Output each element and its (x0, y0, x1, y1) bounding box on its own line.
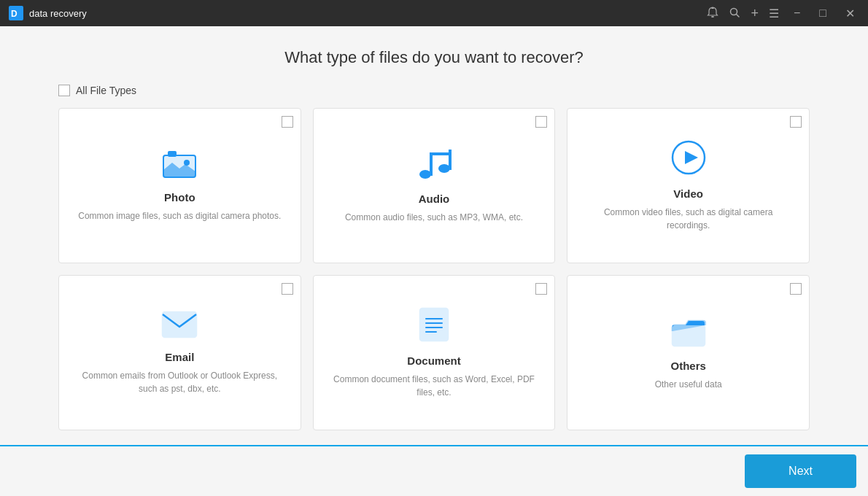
document-card[interactable]: Document Common document files, such as … (313, 275, 556, 430)
photo-checkbox[interactable] (282, 116, 293, 128)
main-content: What type of files do you want to recove… (0, 26, 868, 445)
svg-rect-14 (430, 152, 449, 155)
next-button[interactable]: Next (745, 454, 856, 488)
all-file-types-label: All File Types (76, 85, 136, 96)
bottom-bar: Next (0, 445, 868, 496)
others-icon (671, 315, 706, 352)
document-desc: Common document files, such as Word, Exc… (328, 373, 540, 399)
titlebar: D data recovery + ☰ − □ ✕ (0, 0, 868, 26)
app-logo-icon: D (9, 6, 23, 20)
email-card[interactable]: Email Common emails from Outlook or Outl… (58, 275, 301, 430)
all-file-types-checkbox[interactable] (58, 85, 70, 96)
add-icon[interactable]: + (751, 6, 759, 21)
others-card[interactable]: Others Other useful data (567, 275, 810, 430)
app-title: data recovery (29, 8, 87, 19)
svg-line-5 (737, 14, 740, 17)
document-checkbox[interactable] (535, 283, 547, 295)
svg-rect-13 (449, 150, 452, 170)
search-icon[interactable] (729, 7, 740, 20)
audio-card[interactable]: Audio Common audio files, such as MP3, W… (313, 108, 556, 263)
audio-checkbox[interactable] (535, 116, 547, 128)
svg-text:D: D (11, 9, 18, 19)
file-type-grid: Photo Common image files, such as digita… (58, 108, 810, 430)
audio-title: Audio (419, 193, 450, 205)
email-checkbox[interactable] (282, 283, 293, 295)
svg-rect-18 (420, 309, 448, 341)
video-desc: Common video files, such as digital came… (582, 206, 794, 232)
close-button[interactable]: ✕ (841, 5, 859, 22)
photo-title: Photo (164, 191, 195, 204)
titlebar-controls: + ☰ − □ ✕ (707, 5, 859, 22)
others-checkbox[interactable] (790, 283, 802, 295)
svg-marker-16 (685, 151, 698, 164)
audio-icon (416, 148, 452, 185)
photo-icon (162, 150, 197, 184)
email-desc: Common emails from Outlook or Outlook Ex… (74, 369, 286, 395)
svg-point-11 (438, 164, 450, 173)
svg-point-10 (419, 170, 431, 179)
audio-desc: Common audio files, such as MP3, WMA, et… (345, 211, 523, 224)
notification-icon[interactable] (707, 7, 718, 20)
svg-rect-12 (430, 152, 433, 176)
video-title: Video (673, 187, 703, 200)
others-title: Others (670, 360, 705, 372)
email-icon (161, 311, 198, 344)
maximize-button[interactable]: □ (815, 5, 831, 21)
photo-desc: Common image files, such as digital came… (78, 209, 281, 222)
video-icon (671, 140, 706, 180)
photo-card[interactable]: Photo Common image files, such as digita… (58, 108, 301, 263)
svg-rect-9 (168, 151, 177, 157)
svg-point-3 (711, 16, 714, 18)
others-desc: Other useful data (655, 378, 722, 391)
titlebar-left: D data recovery (9, 6, 87, 20)
minimize-button[interactable]: − (789, 5, 805, 21)
all-file-types-row: All File Types (58, 85, 810, 96)
document-title: Document (407, 354, 460, 367)
video-card[interactable]: Video Common video files, such as digita… (567, 108, 810, 263)
email-title: Email (165, 351, 194, 363)
page-title: What type of files do you want to recove… (58, 48, 810, 67)
document-icon (419, 307, 449, 347)
svg-rect-17 (163, 312, 196, 337)
menu-icon[interactable]: ☰ (769, 7, 779, 20)
video-checkbox[interactable] (790, 116, 802, 128)
